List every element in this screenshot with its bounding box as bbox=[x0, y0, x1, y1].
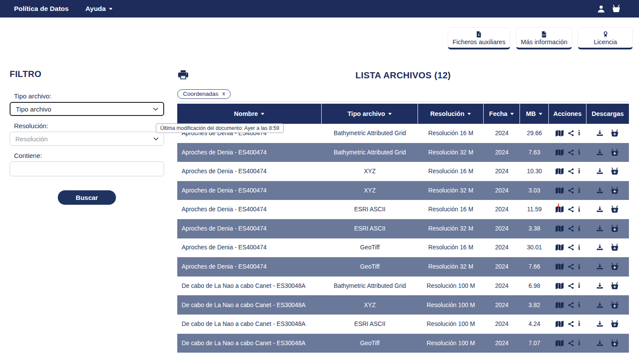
cell-descargas bbox=[586, 205, 629, 214]
download-button[interactable] bbox=[596, 339, 604, 347]
column-header-tipo-archivo[interactable]: Tipo archivo bbox=[322, 104, 418, 124]
map-button[interactable] bbox=[555, 282, 565, 290]
cell-nombre: De cabo de La Nao a cabo Canet - ES30048… bbox=[177, 283, 322, 289]
quick-link-label: Ficheros auxiliares bbox=[453, 38, 506, 46]
map-button[interactable] bbox=[555, 243, 565, 252]
basket-icon[interactable] bbox=[611, 4, 621, 14]
cell-fecha: 2024 bbox=[484, 206, 520, 213]
map-button[interactable] bbox=[555, 205, 565, 214]
add-to-basket-button[interactable] bbox=[610, 339, 620, 348]
add-to-basket-button[interactable] bbox=[610, 262, 620, 271]
share-button[interactable] bbox=[568, 283, 574, 289]
share-button[interactable] bbox=[568, 263, 574, 270]
column-header-fecha[interactable]: Fecha bbox=[484, 104, 520, 124]
add-to-basket-button[interactable] bbox=[610, 205, 620, 214]
info-button[interactable]: i bbox=[577, 262, 581, 271]
share-button[interactable] bbox=[568, 340, 574, 346]
map-button[interactable] bbox=[555, 320, 565, 328]
download-button[interactable] bbox=[596, 243, 604, 252]
info-button[interactable]: i bbox=[577, 205, 581, 214]
info-button[interactable]: i bbox=[577, 129, 581, 137]
column-header-nombre[interactable]: Nombre bbox=[177, 104, 322, 124]
download-button[interactable] bbox=[596, 205, 604, 214]
download-button[interactable] bbox=[596, 167, 604, 175]
info-button[interactable]: i bbox=[577, 339, 581, 347]
cell-descargas bbox=[586, 319, 629, 329]
share-button[interactable] bbox=[568, 206, 574, 213]
map-button[interactable] bbox=[555, 224, 565, 233]
info-button[interactable]: i bbox=[577, 243, 581, 252]
mas-informacion-link[interactable]: Más información bbox=[516, 27, 572, 49]
download-button[interactable] bbox=[596, 148, 604, 157]
add-to-basket-button[interactable] bbox=[610, 224, 620, 233]
add-to-basket-button[interactable] bbox=[610, 319, 620, 329]
column-label: MB bbox=[526, 110, 536, 117]
info-button[interactable]: i bbox=[577, 148, 581, 157]
info-button[interactable]: i bbox=[577, 224, 581, 233]
share-button[interactable] bbox=[568, 302, 574, 308]
share-button[interactable] bbox=[568, 130, 574, 136]
nav-item-politica-de-datos[interactable]: Política de Datos bbox=[14, 5, 69, 13]
map-icon bbox=[555, 243, 565, 252]
cell-tipo: GeoTiff bbox=[322, 244, 418, 251]
info-button[interactable]: i bbox=[577, 167, 581, 175]
add-to-basket-button[interactable] bbox=[610, 281, 620, 290]
download-button[interactable] bbox=[596, 320, 604, 328]
cell-acciones: i bbox=[549, 243, 586, 252]
map-button[interactable] bbox=[555, 339, 565, 347]
cell-acciones: i bbox=[549, 224, 586, 233]
share-button[interactable] bbox=[568, 244, 574, 251]
add-to-basket-button[interactable] bbox=[610, 301, 620, 310]
info-button[interactable]: i bbox=[577, 186, 581, 195]
share-button[interactable] bbox=[568, 149, 574, 156]
add-to-basket-button[interactable] bbox=[610, 186, 620, 195]
tipo-archivo-select[interactable]: Tipo archivo bbox=[10, 102, 164, 116]
navbar-menu: Política de Datos Ayuda bbox=[0, 5, 112, 13]
download-icon bbox=[596, 320, 604, 328]
chip-close-icon[interactable]: x bbox=[222, 91, 225, 97]
cell-fecha: 2024 bbox=[484, 225, 520, 232]
nav-item-ayuda[interactable]: Ayuda bbox=[85, 5, 112, 13]
share-icon bbox=[568, 225, 574, 232]
map-button[interactable] bbox=[555, 148, 565, 157]
resolucion-select[interactable]: Resolución bbox=[10, 132, 164, 146]
download-button[interactable] bbox=[596, 224, 604, 233]
column-header-mb[interactable]: MB bbox=[520, 104, 549, 124]
download-button[interactable] bbox=[596, 301, 604, 309]
map-button[interactable] bbox=[555, 129, 565, 137]
map-button[interactable] bbox=[555, 262, 565, 271]
download-button[interactable] bbox=[596, 186, 604, 195]
cell-tipo: XYZ bbox=[322, 187, 418, 194]
share-button[interactable] bbox=[568, 321, 574, 327]
download-button[interactable] bbox=[596, 262, 604, 271]
info-button[interactable]: i bbox=[577, 319, 581, 328]
map-button[interactable] bbox=[555, 301, 565, 309]
cell-nombre: Aproches de Denia - ES400474 bbox=[177, 187, 322, 194]
ficheros-auxiliares-link[interactable]: Ficheros auxiliares bbox=[448, 27, 510, 49]
add-to-basket-button[interactable] bbox=[610, 243, 620, 252]
share-button[interactable] bbox=[568, 168, 574, 175]
user-icon[interactable] bbox=[597, 4, 606, 14]
map-button[interactable] bbox=[555, 167, 565, 175]
add-to-basket-button[interactable] bbox=[610, 148, 620, 157]
cell-acciones: i bbox=[549, 339, 586, 347]
add-to-basket-button[interactable] bbox=[610, 167, 620, 176]
cell-mb: 7.66 bbox=[520, 263, 549, 270]
share-icon bbox=[568, 340, 574, 346]
share-button[interactable] bbox=[568, 225, 574, 232]
info-button[interactable]: i bbox=[577, 281, 581, 290]
licencia-link[interactable]: Licencia bbox=[578, 27, 633, 49]
map-button[interactable] bbox=[555, 186, 565, 195]
download-icon bbox=[596, 148, 604, 157]
share-button[interactable] bbox=[568, 187, 574, 194]
buscar-button[interactable]: Buscar bbox=[58, 190, 116, 205]
cell-tipo: GeoTiff bbox=[322, 263, 418, 270]
download-button[interactable] bbox=[596, 129, 604, 137]
download-button[interactable] bbox=[596, 282, 604, 290]
info-button[interactable]: i bbox=[577, 301, 581, 309]
download-icon bbox=[596, 262, 604, 271]
add-to-basket-button[interactable] bbox=[610, 129, 620, 138]
contiene-input[interactable] bbox=[10, 161, 164, 176]
download-icon bbox=[596, 167, 604, 175]
column-header-resolución[interactable]: Resolución bbox=[418, 104, 484, 124]
